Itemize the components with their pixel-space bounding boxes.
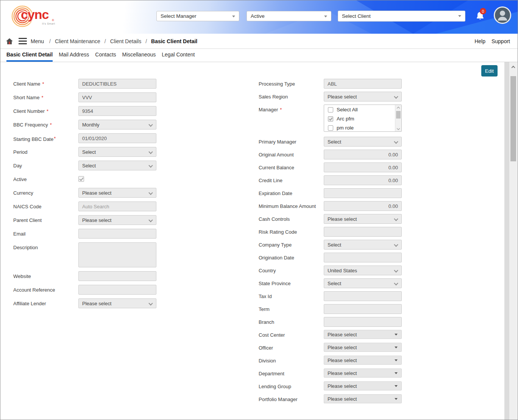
tab-mail-address[interactable]: Mail Address	[59, 49, 89, 62]
period-select[interactable]: Select	[78, 147, 156, 157]
sales-region-select[interactable]: Please select	[324, 92, 402, 101]
field-row-department: DepartmentPlease select	[259, 368, 403, 378]
help-link[interactable]: Help	[474, 38, 485, 44]
branch-input[interactable]	[324, 317, 402, 327]
field-row-tax-id: Tax Id	[259, 291, 403, 301]
scrollbar-thumb[interactable]	[396, 111, 401, 119]
support-link[interactable]: Support	[491, 38, 510, 44]
notifications-bell-button[interactable]: 0	[474, 10, 487, 23]
client-name-input[interactable]	[78, 79, 156, 89]
option-select-all[interactable]: Select All	[324, 105, 401, 114]
logo-tagline: It's Smart	[42, 22, 55, 25]
portfolio-manager-label: Portfolio Manager	[259, 394, 321, 403]
tax-id-control	[324, 291, 402, 301]
tax-id-input[interactable]	[324, 291, 402, 301]
field-row-website: Website	[13, 271, 157, 281]
bbc-frequency-label: BBC Frequency*	[13, 120, 75, 128]
cash-controls-select[interactable]: Please select	[324, 214, 402, 224]
field-row-original-amount: Original Amount	[259, 150, 403, 159]
scroll-up-icon[interactable]	[509, 62, 517, 71]
country-select[interactable]: United States	[324, 265, 402, 275]
term-control	[324, 304, 402, 314]
option-arc-pfm[interactable]: Arc pfm	[324, 114, 401, 123]
field-row-lending-group: Lending GroupPlease select	[259, 381, 403, 391]
breadcrumb-item-client-maintenance[interactable]: Client Maintenance	[55, 38, 100, 44]
scroll-up-icon[interactable]	[395, 105, 401, 110]
officer-select[interactable]: Please select	[324, 343, 402, 352]
primary-manager-label: Primary Manager	[259, 137, 321, 145]
bbc-frequency-control: Monthly	[78, 120, 156, 130]
field-row-term: Term	[259, 304, 403, 314]
active-label: Active	[13, 174, 75, 183]
content-scrollbar[interactable]	[509, 62, 517, 420]
credit-line-input[interactable]	[324, 175, 402, 185]
breadcrumb-item-basic-client-detail[interactable]: Basic Client Detail	[151, 38, 197, 44]
original-amount-input[interactable]	[324, 150, 402, 159]
company-type-select[interactable]: Select	[324, 240, 402, 250]
processing-type-input[interactable]	[324, 79, 402, 89]
manager-multiselect[interactable]: Select AllArc pfmpm role	[324, 105, 402, 132]
checkbox-icon[interactable]	[328, 116, 333, 122]
edit-button[interactable]: Edit	[481, 65, 498, 77]
status-filter-select[interactable]: Active	[247, 11, 331, 21]
expiration-date-label: Expiration Date	[259, 188, 321, 197]
state-province-label: State Province	[259, 278, 321, 287]
email-input[interactable]	[78, 229, 156, 239]
tab-contacts[interactable]: Contacts	[95, 49, 116, 62]
division-select[interactable]: Please select	[324, 356, 402, 365]
user-avatar[interactable]	[494, 6, 511, 24]
scroll-down-icon[interactable]	[395, 126, 401, 131]
lending-group-select[interactable]: Please select	[324, 381, 402, 390]
checkbox-icon[interactable]	[328, 125, 333, 131]
portfolio-manager-select[interactable]: Please select	[324, 394, 402, 403]
field-row-naics-code: NAICS Code	[13, 201, 157, 211]
breadcrumb-item-client-details[interactable]: Client Details	[110, 38, 141, 44]
field-row-country: CountryUnited States	[259, 265, 403, 275]
account-reference-input[interactable]	[78, 285, 156, 295]
tab-miscellaneous[interactable]: Miscellaneous	[122, 49, 156, 62]
menu-link[interactable]: Menu	[31, 38, 44, 44]
origination-date-input[interactable]	[324, 253, 402, 262]
affiliate-lender-select[interactable]: Please select	[78, 298, 156, 308]
affiliate-lender-control: Please select	[78, 298, 156, 308]
tab-basic-client-detail[interactable]: Basic Client Detail	[6, 49, 53, 62]
primary-manager-control: Select	[324, 137, 402, 147]
state-province-select[interactable]: Select	[324, 278, 402, 288]
scrollbar-thumb[interactable]	[510, 76, 516, 161]
checkbox-icon[interactable]	[328, 107, 333, 112]
description-label: Description	[13, 242, 75, 251]
listbox-scrollbar[interactable]	[395, 105, 401, 131]
bbc-frequency-select[interactable]: Monthly	[78, 120, 156, 130]
home-icon[interactable]	[6, 37, 13, 45]
minimum-balance-amount-label: Minimum Balance Amount	[259, 201, 321, 209]
current-balance-input[interactable]	[324, 162, 402, 172]
primary-manager-select[interactable]: Select	[324, 137, 402, 147]
minimum-balance-amount-input[interactable]	[324, 201, 402, 211]
client-number-input[interactable]	[78, 106, 156, 116]
chevron-down-icon	[148, 218, 153, 222]
description-textarea[interactable]	[78, 242, 156, 267]
parent-client-select[interactable]: Please select	[78, 215, 156, 225]
website-input[interactable]	[78, 271, 156, 281]
currency-select[interactable]: Please select	[78, 188, 156, 198]
short-name-input[interactable]	[78, 92, 156, 102]
manager-filter-select[interactable]: Select Manager	[156, 11, 239, 21]
department-select[interactable]: Please select	[324, 368, 402, 378]
risk-rating-code-input[interactable]	[324, 227, 402, 237]
option-pm-role[interactable]: pm role	[324, 123, 401, 132]
term-input[interactable]	[324, 304, 402, 314]
expiration-date-input[interactable]	[324, 188, 402, 198]
person-icon	[495, 8, 510, 23]
short-name-control	[78, 92, 156, 102]
menu-hamburger-icon[interactable]	[19, 38, 27, 44]
active-checkbox[interactable]	[78, 176, 84, 182]
caret-down-icon	[395, 398, 398, 400]
day-select[interactable]: Select	[78, 161, 156, 170]
naics-code-input[interactable]	[78, 201, 156, 211]
cost-center-select[interactable]: Please select	[324, 330, 402, 339]
risk-rating-code-label: Risk Rating Code	[259, 227, 321, 235]
tab-legal-content[interactable]: Legal Content	[162, 49, 195, 62]
starting-bbc-date-input[interactable]	[78, 133, 156, 143]
starting-bbc-date-label: Starting BBC Date*	[13, 133, 75, 142]
client-filter-select[interactable]: Select Client	[338, 11, 465, 22]
